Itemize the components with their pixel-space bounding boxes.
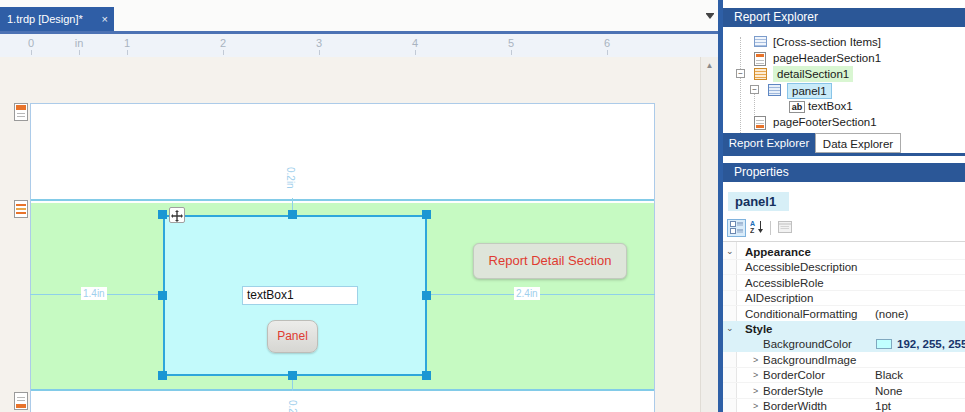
property-category-style[interactable]: ⌄Style	[723, 321, 965, 337]
ruler-mark-label: 6	[604, 37, 610, 49]
explorer-tabs-underline	[723, 153, 965, 156]
tree-item-pagefootersection1[interactable]: pageFooterSection1	[723, 114, 965, 130]
tab-list-dropdown-icon[interactable]	[704, 12, 716, 24]
page-header-section-icon[interactable]	[14, 103, 28, 121]
resize-handle-middle-right[interactable]	[422, 291, 431, 300]
ruler-mark-label: in	[75, 37, 84, 49]
textbox-icon: ab	[789, 100, 805, 113]
tree-collapse-icon[interactable]: −	[750, 85, 759, 94]
resize-handle-bottom-left[interactable]	[158, 371, 167, 380]
property-name: AIDescription	[745, 290, 813, 306]
move-cursor-icon[interactable]	[169, 207, 185, 223]
property-expand-icon[interactable]: >	[753, 383, 758, 399]
explorer-tab-report-explorer[interactable]: Report Explorer	[723, 133, 815, 153]
tab-close-icon[interactable]: ×	[102, 7, 108, 31]
design-canvas[interactable]: 1.4in 2.4in 0.2in 0.2in Report Detail Se…	[0, 57, 718, 412]
page-footer-icon	[754, 116, 766, 132]
property-row-borderstyle[interactable]: >BorderStyleNone	[723, 383, 965, 399]
categorized-view-button[interactable]	[727, 219, 746, 237]
ruler-tick	[511, 50, 512, 55]
ruler-mark-label: 5	[508, 37, 514, 49]
svg-text:Z: Z	[750, 227, 755, 234]
tree-item-pageheadersection1[interactable]: pageHeaderSection1	[723, 50, 965, 66]
page-footer-section-icon[interactable]	[14, 392, 28, 410]
dimension-line-right	[427, 294, 655, 295]
category-collapse-icon[interactable]: ⌄	[726, 243, 734, 259]
property-row-accessibledescription[interactable]: AccessibleDescription	[723, 259, 965, 275]
property-row-backgroundimage[interactable]: >BackgroundImage	[723, 352, 965, 368]
property-expand-icon[interactable]: >	[753, 352, 758, 368]
property-row-bordercolor[interactable]: >BorderColorBlack	[723, 367, 965, 383]
property-grid: ⌄AppearanceAccessibleDescriptionAccessib…	[723, 241, 965, 412]
textbox1-element[interactable]: textBox1	[242, 286, 358, 305]
ruler-tick	[607, 50, 608, 55]
explorer-tab-data-explorer[interactable]: Data Explorer	[815, 133, 901, 153]
property-row-conditionalformatting[interactable]: ConditionalFormatting(none)	[723, 306, 965, 322]
tree-item--cross-section-items-[interactable]: [Cross-section Items]	[723, 34, 965, 50]
categorized-icon	[730, 220, 744, 234]
scrollbar-up-icon[interactable]: ▲	[701, 61, 718, 70]
resize-handle-top-right[interactable]	[422, 210, 431, 219]
tree-item-textbox1[interactable]: abtextBox1	[723, 98, 965, 114]
tree-item-panel1[interactable]: −panel1	[723, 82, 965, 98]
explorer-tab-strip: Report ExplorerData Explorer	[723, 133, 965, 153]
dimension-label-right: 2.4in	[514, 287, 540, 300]
ruler-tick	[31, 50, 32, 55]
property-row-accessiblerole[interactable]: AccessibleRole	[723, 275, 965, 291]
property-value[interactable]: (none)	[875, 306, 908, 322]
toolbar-separator	[770, 221, 771, 235]
category-collapse-icon[interactable]: ⌄	[726, 320, 734, 336]
ruler-tick	[127, 50, 128, 55]
resize-handle-top-left[interactable]	[158, 210, 167, 219]
ruler-tick	[223, 50, 224, 55]
design-vertical-scrollbar[interactable]: ▲	[700, 57, 718, 412]
tree-item-detailsection1[interactable]: −detailSection1	[723, 66, 965, 82]
ruler-mark-label: 2	[220, 37, 226, 49]
detail-section-icon	[754, 68, 767, 82]
tree-item-label: pageFooterSection1	[773, 114, 877, 130]
tree-item-label: textBox1	[808, 98, 853, 114]
ruler-mark-label: 0	[28, 37, 34, 49]
alphabetical-sort-icon: A Z	[750, 219, 765, 234]
alphabetical-sort-button[interactable]: A Z	[748, 219, 767, 237]
page-footer-section[interactable]	[31, 393, 654, 412]
resize-handle-middle-left[interactable]	[158, 291, 167, 300]
detail-section-label-chip[interactable]: Report Detail Section	[473, 243, 627, 279]
dimension-label-top: 0.2in	[284, 165, 297, 191]
property-row-borderwidth[interactable]: >BorderWidth1pt	[723, 398, 965, 412]
right-dock-panel: Report Explorer [Cross-section Items]pag…	[723, 0, 965, 412]
tree-item-label: pageHeaderSection1	[773, 50, 881, 66]
property-category-appearance[interactable]: ⌄Appearance	[723, 244, 965, 260]
property-row-aidescription[interactable]: AIDescription	[723, 290, 965, 306]
property-name: AccessibleRole	[745, 275, 824, 291]
resize-handle-bottom-right[interactable]	[422, 371, 431, 380]
color-swatch[interactable]	[876, 339, 892, 349]
dimension-label-left: 1.4in	[81, 287, 107, 300]
property-pages-icon	[778, 221, 792, 233]
property-value[interactable]: 192, 255, 255	[897, 336, 965, 352]
resize-handle-top-middle[interactable]	[288, 210, 297, 219]
detail-section-icon[interactable]	[14, 200, 28, 218]
property-expand-icon[interactable]: >	[753, 398, 758, 412]
property-value[interactable]: 1pt	[875, 399, 891, 412]
document-tab[interactable]: 1.trdp [Design]* ×	[0, 7, 114, 31]
category-label: Appearance	[745, 244, 811, 260]
tree-collapse-icon[interactable]: −	[736, 69, 745, 78]
panel-label-chip[interactable]: Panel	[267, 320, 318, 353]
page-header-section[interactable]	[31, 104, 654, 201]
property-pages-button	[775, 219, 794, 237]
properties-toolbar: A Z	[723, 219, 965, 239]
ruler-tick	[79, 50, 80, 55]
ruler-mark-label: 3	[316, 37, 322, 49]
report-explorer-header: Report Explorer	[723, 8, 965, 27]
dimension-label-bottom: 0.2in	[286, 398, 299, 412]
ruler-mark-label: 1	[124, 37, 130, 49]
properties-header: Properties	[723, 163, 965, 182]
property-value[interactable]: Black	[875, 367, 903, 383]
document-tab-label: 1.trdp [Design]*	[7, 13, 83, 25]
cross-section-items-icon	[754, 36, 767, 49]
resize-handle-bottom-middle[interactable]	[288, 371, 297, 380]
property-expand-icon[interactable]: >	[753, 367, 758, 383]
property-row-backgroundcolor[interactable]: BackgroundColor192, 255, 255	[723, 336, 965, 352]
property-value[interactable]: None	[875, 383, 903, 399]
